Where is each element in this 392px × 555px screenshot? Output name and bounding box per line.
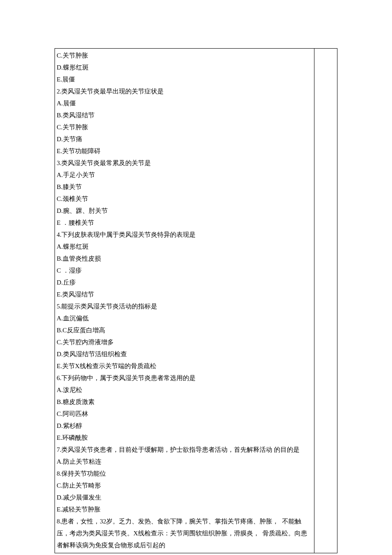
text-line: C ．湿疹 bbox=[57, 264, 312, 276]
text-line: C.颈椎关节 bbox=[57, 193, 312, 205]
side-margin-cell bbox=[314, 49, 337, 553]
text-line: B.类风湿结节 bbox=[57, 109, 312, 121]
text-line: B.血管炎性皮损 bbox=[57, 253, 312, 264]
text-line: A.防止关节粘连 bbox=[57, 456, 312, 468]
text-line: D.紫杉醇 bbox=[57, 420, 312, 432]
text-line: E.减轻关节肿胀 bbox=[57, 503, 312, 515]
text-line: A.蝶形红斑 bbox=[57, 241, 312, 253]
text-line: E.类风湿结节 bbox=[57, 288, 312, 300]
text-line: A.血沉偏低 bbox=[57, 312, 312, 324]
text-line: A.泼尼松 bbox=[57, 384, 312, 396]
text-line: B.膝关节 bbox=[57, 181, 312, 193]
text-line: E ．腰椎关节 bbox=[57, 217, 312, 229]
text-line: D.腕、踝、肘关节 bbox=[57, 205, 312, 217]
page: C.关节肿胀D.蝶形红斑E.晨僵2.类风湿关节炎最早出现的关节症状是A.晨僵B.… bbox=[0, 0, 392, 555]
text-line: 3.类风湿关节炎最常累及的关节是 bbox=[57, 157, 312, 169]
main-content-cell: C.关节肿胀D.蝶形红斑E.晨僵2.类风湿关节炎最早出现的关节症状是A.晨僵B.… bbox=[55, 49, 314, 553]
text-line: E.环磷酰胺 bbox=[57, 432, 312, 444]
text-line: 4.下列皮肤表现中属于类风湿关节炎特异的表现是 bbox=[57, 229, 312, 241]
text-line: D.丘疹 bbox=[57, 276, 312, 288]
text-body: C.关节肿胀D.蝶形红斑E.晨僵2.类风湿关节炎最早出现的关节症状是A.晨僵B.… bbox=[57, 49, 312, 551]
text-line: 8.患者，女性，32岁。乏力、发热、食欲下降，腕关节、掌指关节疼痛、肿胀， 不能… bbox=[57, 515, 312, 551]
text-line: E.晨僵 bbox=[57, 73, 312, 85]
text-line: C.关节肿胀 bbox=[57, 49, 312, 61]
text-line: A.手足小关节 bbox=[57, 169, 312, 181]
text-line: 8.保持关节功能位 bbox=[57, 468, 312, 479]
text-line: 2.类风湿关节炎最早出现的关节症状是 bbox=[57, 85, 312, 97]
content-table: C.关节肿胀D.蝶形红斑E.晨僵2.类风湿关节炎最早出现的关节症状是A.晨僵B.… bbox=[55, 48, 337, 553]
text-line: D.蝶形红斑 bbox=[57, 61, 312, 73]
text-line: D.减少晨僵发生 bbox=[57, 491, 312, 503]
text-line: B.C反应蛋白增高 bbox=[57, 324, 312, 336]
text-line: A.晨僵 bbox=[57, 97, 312, 109]
text-line: E.关节功能障碍 bbox=[57, 145, 312, 157]
text-line: C.关节肿胀 bbox=[57, 121, 312, 133]
text-line: 5.能提示类风湿关节炎活动的指标是 bbox=[57, 300, 312, 312]
text-line: B.糖皮质激素 bbox=[57, 396, 312, 408]
text-line: E.关节X线检查示关节端的骨质疏松 bbox=[57, 360, 312, 372]
text-line: C.阿司匹林 bbox=[57, 408, 312, 420]
text-line: D.关节痛 bbox=[57, 133, 312, 145]
text-line: 7.类风湿关节炎患者，目前处于缓解期，护士欲指导患者活动，首先解释活动 的目的是 bbox=[57, 444, 312, 456]
text-line: D.类风湿结节活组织检查 bbox=[57, 348, 312, 360]
text-line: C.关节腔内滑液增多 bbox=[57, 336, 312, 348]
text-line: C.防止关节畸形 bbox=[57, 479, 312, 491]
text-line: 6.下列药物中，属于类风湿关节炎患者常选用的是 bbox=[57, 372, 312, 384]
